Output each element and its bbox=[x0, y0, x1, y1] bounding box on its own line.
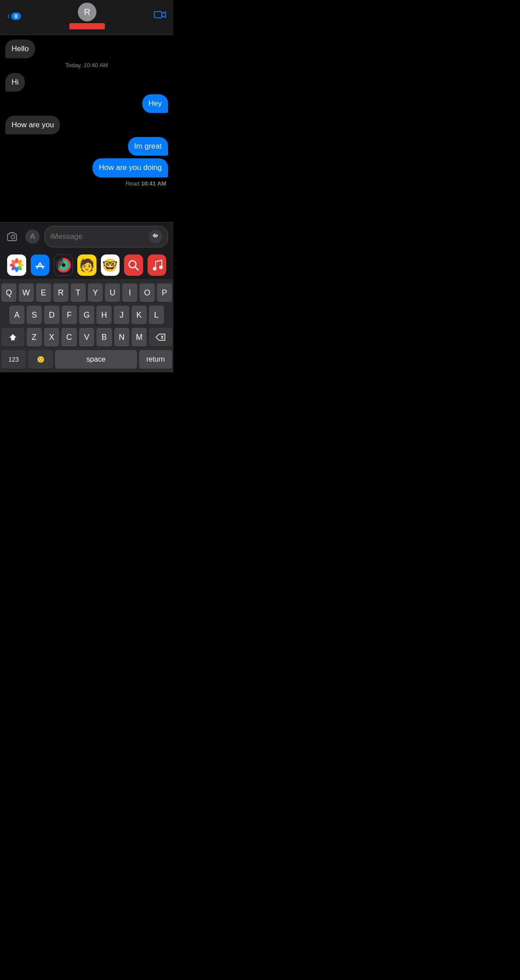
bubble-im-great: Im great bbox=[128, 137, 168, 156]
avatar: R bbox=[78, 3, 96, 21]
messages-area: Hello Today, 10:40 AM Hi Hey How are you… bbox=[0, 35, 173, 222]
key-y[interactable]: Y bbox=[88, 283, 103, 302]
key-t[interactable]: T bbox=[71, 283, 86, 302]
message-row-howareyoudoing: How are you doing bbox=[5, 158, 168, 177]
key-n[interactable]: N bbox=[114, 328, 129, 347]
svg-line-26 bbox=[135, 267, 138, 270]
input-area: A bbox=[0, 222, 173, 251]
key-r[interactable]: R bbox=[53, 283, 68, 302]
key-l[interactable]: L bbox=[149, 306, 164, 324]
svg-rect-5 bbox=[154, 234, 155, 238]
key-g[interactable]: G bbox=[79, 306, 94, 324]
tray-memoji2-icon[interactable]: 🤓 bbox=[101, 254, 120, 276]
read-receipt: Read 10:41 AM bbox=[5, 180, 168, 187]
back-badge: 8 bbox=[11, 12, 20, 20]
bubble-hi: Hi bbox=[5, 73, 25, 92]
bubble-hello: Hello bbox=[5, 40, 35, 58]
svg-text:A: A bbox=[30, 233, 35, 240]
bubble-hey: Hey bbox=[142, 94, 168, 113]
message-row-hey: Hey bbox=[5, 94, 168, 113]
key-j[interactable]: J bbox=[114, 306, 129, 324]
tray-music-icon[interactable] bbox=[148, 254, 166, 276]
bubble-how-are-you: How are you bbox=[5, 116, 60, 134]
tray-appstore-icon[interactable] bbox=[31, 254, 49, 276]
svg-rect-7 bbox=[157, 235, 158, 237]
key-h[interactable]: H bbox=[96, 306, 112, 324]
message-input[interactable] bbox=[50, 232, 145, 241]
key-f[interactable]: F bbox=[62, 306, 77, 324]
svg-rect-6 bbox=[156, 234, 156, 238]
backspace-key[interactable] bbox=[149, 328, 172, 347]
audio-input-button[interactable] bbox=[149, 230, 162, 243]
key-p[interactable]: P bbox=[157, 283, 172, 302]
keyboard-bottom-row: 123 🙂 space return bbox=[1, 350, 172, 369]
key-v[interactable]: V bbox=[79, 328, 94, 347]
contact-info[interactable]: R bbox=[69, 3, 105, 29]
message-row-howareyou: How are you bbox=[5, 116, 168, 134]
keyboard: Q W E R T Y U I O P A S D F G H J K L Z … bbox=[0, 280, 173, 372]
svg-point-1 bbox=[11, 235, 15, 239]
appstore-button[interactable]: A bbox=[25, 229, 40, 244]
svg-point-17 bbox=[15, 263, 19, 267]
timestamp-1040: Today, 10:40 AM bbox=[5, 62, 168, 69]
key-w[interactable]: W bbox=[19, 283, 34, 302]
key-o[interactable]: O bbox=[140, 283, 155, 302]
tray-fitness-icon[interactable] bbox=[54, 254, 73, 276]
camera-button[interactable] bbox=[5, 229, 20, 244]
key-x[interactable]: X bbox=[44, 328, 59, 347]
keyboard-row-3: Z X C V B N M bbox=[1, 328, 172, 347]
bubble-how-are-you-doing: How are you doing bbox=[92, 158, 168, 177]
svg-point-28 bbox=[159, 266, 163, 269]
key-d[interactable]: D bbox=[44, 306, 59, 324]
key-m[interactable]: M bbox=[132, 328, 147, 347]
key-u[interactable]: U bbox=[105, 283, 120, 302]
key-z[interactable]: Z bbox=[27, 328, 42, 347]
key-c[interactable]: C bbox=[61, 328, 76, 347]
keyboard-row-2: A S D F G H J K L bbox=[1, 306, 172, 324]
key-e[interactable]: E bbox=[36, 283, 51, 302]
video-call-button[interactable] bbox=[154, 10, 166, 22]
key-q[interactable]: Q bbox=[1, 283, 16, 302]
message-row-hello: Hello bbox=[5, 40, 168, 58]
emoji-key[interactable]: 🙂 bbox=[28, 350, 52, 369]
key-k[interactable]: K bbox=[132, 306, 147, 324]
space-key[interactable]: space bbox=[55, 350, 137, 369]
message-input-wrap[interactable] bbox=[44, 226, 168, 247]
svg-rect-0 bbox=[154, 12, 162, 18]
key-b[interactable]: B bbox=[96, 328, 112, 347]
shift-key[interactable] bbox=[1, 328, 24, 347]
key-a[interactable]: A bbox=[9, 306, 24, 324]
contact-name-bar bbox=[69, 23, 105, 29]
back-chevron-icon: ‹ bbox=[7, 10, 10, 22]
app-tray: 🧑 🤓 bbox=[0, 251, 173, 280]
tray-memoji1-icon[interactable]: 🧑 bbox=[77, 254, 96, 276]
message-row-imgreat: Im great bbox=[5, 137, 168, 156]
tray-photos-icon[interactable] bbox=[7, 254, 26, 276]
key-i[interactable]: I bbox=[122, 283, 137, 302]
keyboard-row-1: Q W E R T Y U I O P bbox=[1, 283, 172, 302]
header: ‹ 8 R bbox=[0, 0, 173, 35]
back-button[interactable]: ‹ 8 bbox=[7, 10, 21, 22]
tray-safari-icon[interactable] bbox=[124, 254, 143, 276]
message-row-hi: Hi bbox=[5, 73, 168, 92]
key-s[interactable]: S bbox=[27, 306, 42, 324]
svg-rect-4 bbox=[153, 234, 154, 237]
numbers-key[interactable]: 123 bbox=[1, 350, 26, 369]
svg-point-27 bbox=[153, 267, 156, 270]
return-key[interactable]: return bbox=[139, 350, 172, 369]
